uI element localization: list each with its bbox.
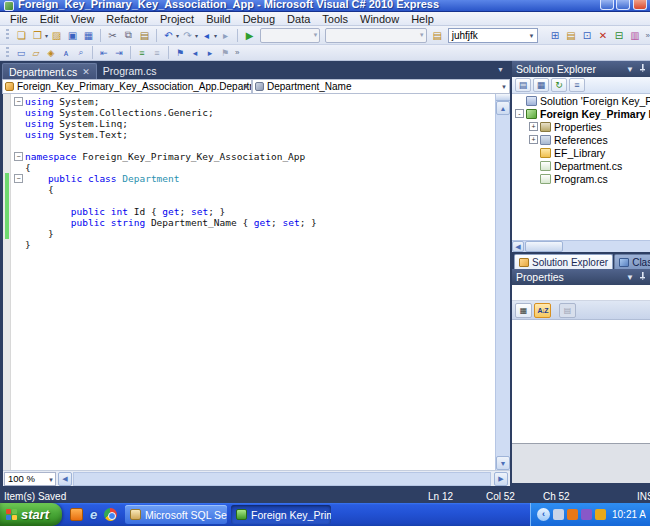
property-pages-icon[interactable]: ▤ (559, 303, 576, 318)
extension-manager-icon[interactable]: ▥ (628, 28, 643, 42)
uncomment-selection-icon[interactable]: ≡ (150, 46, 164, 59)
tray-messenger-icon[interactable] (553, 509, 564, 520)
tray-windows-update-icon[interactable] (581, 509, 592, 520)
comment-selection-icon[interactable]: ≡ (135, 46, 149, 59)
view-code-icon[interactable]: ≡ (569, 78, 585, 92)
show-all-files-icon[interactable]: ▦ (533, 78, 549, 92)
display-quick-info-icon[interactable]: ◈ (44, 46, 58, 59)
properties-tool-icon[interactable]: ▤ (515, 78, 531, 92)
toolbar-overflow-icon[interactable]: » (646, 31, 650, 40)
redo-icon[interactable]: ↷ (180, 28, 195, 42)
navigate-to-icon[interactable]: ⌕ (74, 46, 88, 59)
auto-hide-pin-icon[interactable] (639, 64, 646, 74)
code-line[interactable]: −using System; (12, 96, 494, 107)
notebook-icon[interactable]: ▤ (430, 28, 445, 42)
solution-platforms-dropdown[interactable]: ▼ (325, 28, 426, 43)
scroll-up-icon[interactable]: ▲ (496, 101, 510, 115)
object-browser-icon[interactable]: ⊡ (580, 28, 595, 42)
zoom-dropdown[interactable]: 100 %▼ (4, 472, 56, 486)
undo-icon-dropdown[interactable]: ▾ (176, 32, 179, 39)
solution-explorer-horizontal-scrollbar[interactable]: ◀ (512, 240, 650, 252)
editor-horizontal-scrollbar[interactable] (73, 472, 491, 486)
minimize-button[interactable] (600, 0, 614, 10)
close-tab-icon[interactable]: ✕ (82, 67, 90, 77)
copy-icon[interactable]: ⧉ (121, 28, 136, 42)
outlining-margin[interactable]: − (12, 173, 25, 184)
prev-bookmark-icon[interactable]: ◂ (188, 46, 202, 59)
scrollbar-thumb[interactable] (525, 241, 563, 252)
quick-launch-chrome-icon[interactable] (104, 508, 117, 521)
find-combo-arrow-icon[interactable]: ▼ (529, 33, 535, 39)
save-icon[interactable]: ▣ (65, 28, 80, 42)
next-bookmark-icon[interactable]: ▸ (203, 46, 217, 59)
maximize-button[interactable] (616, 0, 630, 10)
menu-debug[interactable]: Debug (237, 12, 281, 26)
scroll-left-icon[interactable]: ◀ (512, 241, 524, 252)
navigate-backward-icon-dropdown[interactable]: ▾ (214, 32, 217, 39)
scroll-down-icon[interactable]: ▼ (496, 456, 510, 470)
editor-vertical-scrollbar[interactable]: ▲ ▼ (495, 94, 510, 470)
quick-launch-internet-explorer-icon[interactable]: e (87, 508, 100, 521)
properties-grid[interactable] (512, 320, 650, 443)
display-object-member-list-icon[interactable]: ▭ (14, 46, 28, 59)
code-line[interactable]: − public class Department (12, 173, 494, 184)
clear-bookmarks-icon[interactable]: ⚑ (218, 46, 232, 59)
start-debugging-icon[interactable]: ▶ (242, 28, 257, 42)
menu-refactor[interactable]: Refactor (100, 12, 154, 26)
alphabetical-sort-icon[interactable]: A↓Z (534, 303, 551, 318)
properties-object-dropdown[interactable] (512, 285, 650, 301)
collapse-region-icon[interactable]: − (14, 97, 23, 106)
taskbar-button-sql[interactable]: Microsoft SQL Server ... (125, 505, 227, 524)
menu-file[interactable]: File (4, 12, 34, 26)
window-position-dropdown-icon[interactable]: ▼ (626, 273, 634, 282)
scroll-left-icon[interactable]: ◀ (58, 472, 72, 486)
code-line[interactable]: using System.Collections.Generic; (12, 107, 494, 118)
members-dropdown[interactable]: Department_Name ▼ (252, 79, 510, 94)
toolbar-overflow-icon[interactable]: » (235, 48, 239, 57)
solution-explorer-icon[interactable]: ⊞ (548, 28, 563, 42)
auto-hide-pin-icon[interactable] (639, 272, 646, 282)
tree-item-foreign-key-primary-key-a[interactable]: -Foreign Key_Primary Key_A (512, 107, 650, 120)
menu-data[interactable]: Data (281, 12, 316, 26)
menu-tools[interactable]: Tools (316, 12, 354, 26)
code-line[interactable]: { (12, 162, 494, 173)
document-list-dropdown-icon[interactable]: ▼ (497, 66, 504, 73)
toolbox-icon[interactable]: ⊟ (612, 28, 627, 42)
find-combo-input[interactable]: juhfjfk (448, 28, 538, 43)
refresh-icon[interactable]: ↻ (551, 78, 567, 92)
redo-icon-dropdown[interactable]: ▾ (195, 32, 198, 39)
quick-launch-orange-app-icon[interactable] (70, 508, 83, 521)
add-new-item-icon-dropdown[interactable]: ▾ (45, 32, 48, 39)
navigate-forward-icon[interactable]: ▸ (218, 28, 233, 42)
tab-department-cs[interactable]: Department.cs✕ (2, 63, 97, 79)
menu-edit[interactable]: Edit (34, 12, 65, 26)
expand-icon[interactable]: + (529, 135, 538, 144)
collapse-region-icon[interactable]: − (14, 152, 23, 161)
types-dropdown[interactable]: Foreign_Key_Primary_Key_Association_App.… (2, 79, 252, 94)
tree-item-solution-foreign-key-primary-k[interactable]: Solution 'Foreign Key_Primary Key_A (512, 94, 650, 107)
solution-explorer-titlebar[interactable]: Solution Explorer ▼ (512, 61, 650, 77)
tree-item-references[interactable]: +References (512, 133, 650, 146)
tray-security-icon[interactable] (595, 509, 606, 520)
error-list-icon[interactable]: ✕ (596, 28, 611, 42)
close-button[interactable] (633, 0, 647, 10)
code-line[interactable]: −namespace Foreign_Key_Primary_Key_Assoc… (12, 151, 494, 162)
code-line[interactable]: using System.Text; (12, 129, 494, 140)
tree-item-program-cs[interactable]: Program.cs (512, 172, 650, 185)
menu-window[interactable]: Window (354, 12, 405, 26)
tab-program-cs[interactable]: Program.cs (97, 63, 163, 79)
code-line[interactable]: public int Id { get; set; } (12, 206, 494, 217)
cut-icon[interactable]: ✂ (105, 28, 120, 42)
outlining-margin[interactable]: − (12, 151, 25, 162)
tree-item-ef-library[interactable]: EF_Library (512, 146, 650, 159)
display-parameter-info-icon[interactable]: ▱ (29, 46, 43, 59)
taskbar-button-vs[interactable]: Foreign Key_Primary ... (231, 505, 331, 524)
navigate-backward-icon[interactable]: ◂ (199, 28, 214, 42)
menu-project[interactable]: Project (154, 12, 200, 26)
window-position-dropdown-icon[interactable]: ▼ (626, 65, 634, 74)
code-line[interactable]: { (12, 184, 494, 195)
open-file-icon[interactable]: ▨ (49, 28, 64, 42)
start-button[interactable]: start (0, 503, 62, 526)
properties-window-icon[interactable]: ▤ (564, 28, 579, 42)
splitter-grip[interactable] (496, 94, 510, 101)
